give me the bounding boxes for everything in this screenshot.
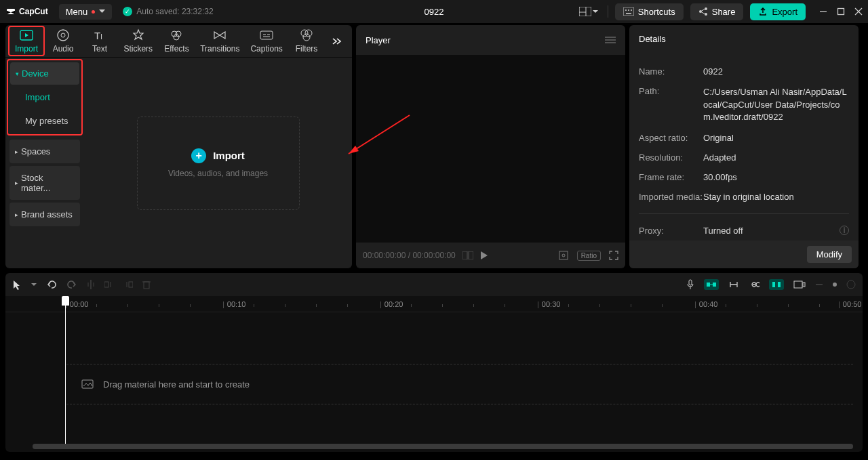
player-title: Player	[366, 35, 391, 45]
svg-point-41	[562, 254, 565, 257]
time-display: 00:00:00:00 / 00:00:00:00	[363, 251, 456, 260]
sidebar-item-stock[interactable]: ▸ Stock mater...	[9, 166, 80, 200]
tab-stickers[interactable]: Stickers	[118, 26, 158, 56]
svg-rect-1	[579, 7, 591, 16]
sidebar-label: Import	[25, 92, 50, 102]
svg-rect-40	[559, 251, 568, 259]
captions-icon	[260, 28, 273, 42]
share-button[interactable]: Share	[690, 3, 744, 20]
minimize-button[interactable]	[819, 7, 827, 16]
sidebar-item-spaces[interactable]: ▸ Spaces	[9, 140, 80, 163]
info-icon[interactable]: i	[840, 226, 849, 235]
mic-icon[interactable]	[686, 279, 694, 290]
import-drop-zone[interactable]: + Import Videos, audios, and images	[137, 117, 300, 210]
sidebar-item-device[interactable]: ▾ Device	[10, 62, 79, 85]
playhead-handle[interactable]	[62, 296, 69, 306]
maximize-button[interactable]	[837, 7, 845, 16]
import-subtitle: Videos, audios, and images	[168, 169, 268, 178]
detail-row-framerate: Frame rate: 30.00fps	[639, 167, 849, 187]
project-title: 0922	[425, 7, 444, 17]
timeline-ruler[interactable]: 00:00 00:10 00:20 00:30 00:40 00:50	[5, 296, 863, 312]
sidebar-label: Spaces	[21, 146, 50, 156]
detail-label: Proxy:	[639, 226, 703, 236]
tab-transitions[interactable]: Transitions	[195, 26, 245, 56]
undo-icon[interactable]	[46, 280, 57, 289]
detail-value: C:/Users/Usman Ali Nasir/AppData/Local/C…	[703, 86, 849, 123]
timeline-drop-hint[interactable]: Drag material here and start to create	[66, 364, 853, 404]
zoom-fit-icon[interactable]	[846, 280, 856, 289]
ratio-button[interactable]: Ratio	[577, 251, 601, 261]
fullscreen-icon[interactable]	[609, 251, 618, 260]
svg-rect-57	[794, 281, 802, 288]
delete-left-icon[interactable]	[104, 280, 114, 289]
svg-text:T: T	[94, 30, 100, 41]
player-controls: 00:00:00:00 / 00:00:00:00 Ratio	[356, 243, 625, 268]
ruler-tick: 00:20	[380, 300, 403, 308]
auto-snap-icon[interactable]	[728, 280, 739, 289]
tab-label: Audio	[53, 44, 74, 54]
redo-icon[interactable]	[66, 280, 77, 289]
tabs-more-button[interactable]	[325, 37, 349, 45]
split-icon[interactable]	[87, 280, 95, 289]
import-source-list: ▾ Device Import My presets	[7, 59, 83, 135]
player-menu-icon[interactable]	[605, 36, 616, 44]
share-icon	[698, 7, 708, 16]
sidebar-item-import[interactable]: Import	[10, 86, 79, 108]
ruler-tick: 00:50	[838, 300, 861, 308]
sidebar-label: Device	[22, 68, 49, 79]
timeline-toolbar	[5, 273, 863, 296]
tab-import[interactable]: Import	[8, 26, 45, 56]
cover-icon[interactable]	[793, 280, 806, 289]
tab-label: Stickers	[123, 44, 153, 54]
selection-dropdown-icon[interactable]	[31, 283, 37, 287]
svg-rect-49	[144, 282, 149, 289]
app-name: CapCut	[19, 7, 48, 16]
tab-captions[interactable]: Captions	[245, 26, 288, 56]
capcut-logo-icon	[5, 6, 16, 17]
menu-button[interactable]: Menu	[59, 4, 113, 20]
shortcuts-button[interactable]: Shortcuts	[615, 3, 684, 20]
sidebar-item-brand[interactable]: ▸ Brand assets	[9, 203, 80, 226]
selection-tool-icon[interactable]	[12, 279, 22, 290]
zoom-out-icon[interactable]	[815, 280, 823, 289]
timeline-scrollbar[interactable]	[33, 444, 853, 449]
tab-audio[interactable]: Audio	[45, 26, 81, 56]
detail-value: 0922	[703, 66, 849, 77]
linkage-icon[interactable]	[749, 281, 760, 288]
delete-right-icon[interactable]	[123, 280, 133, 289]
sidebar-item-presets[interactable]: My presets	[10, 110, 79, 132]
zoom-slider[interactable]	[833, 283, 837, 287]
modify-button[interactable]: Modify	[807, 246, 852, 263]
stickers-icon	[132, 28, 145, 42]
compare-icon[interactable]	[462, 251, 473, 259]
details-footer: Modify	[629, 241, 859, 268]
svg-point-10	[705, 7, 707, 10]
close-button[interactable]	[854, 7, 863, 16]
scrollbar-thumb[interactable]	[33, 444, 853, 449]
svg-rect-55	[772, 282, 775, 287]
play-button[interactable]	[480, 251, 488, 260]
layout-icon[interactable]	[576, 4, 601, 19]
divider	[608, 5, 608, 18]
tab-effects[interactable]: Effects	[158, 26, 195, 56]
scale-icon[interactable]	[558, 250, 569, 261]
svg-rect-56	[778, 282, 781, 287]
preview-axis-toggle[interactable]	[769, 279, 784, 290]
timeline[interactable]: 00:00 00:10 00:20 00:30 00:40 00:50 Drag…	[5, 296, 863, 452]
main-track-magnet-toggle[interactable]	[704, 279, 719, 290]
delete-icon[interactable]	[142, 280, 151, 289]
player-viewport[interactable]	[356, 55, 625, 243]
export-button[interactable]: Export	[750, 3, 806, 20]
player-header: Player	[356, 25, 625, 55]
detail-label: Path:	[639, 86, 703, 123]
share-label: Share	[712, 7, 736, 17]
detail-label: Imported media:	[639, 192, 703, 202]
detail-label: Frame rate:	[639, 172, 703, 182]
svg-rect-8	[626, 13, 631, 14]
tab-text[interactable]: TI Text	[81, 26, 118, 56]
import-title: Import	[213, 150, 245, 161]
detail-row-proxy: Proxy: Turned off i	[639, 221, 849, 241]
tab-filters[interactable]: Filters	[288, 26, 325, 56]
playhead[interactable]	[65, 296, 66, 446]
sidebar-label: Brand assets	[21, 209, 73, 219]
